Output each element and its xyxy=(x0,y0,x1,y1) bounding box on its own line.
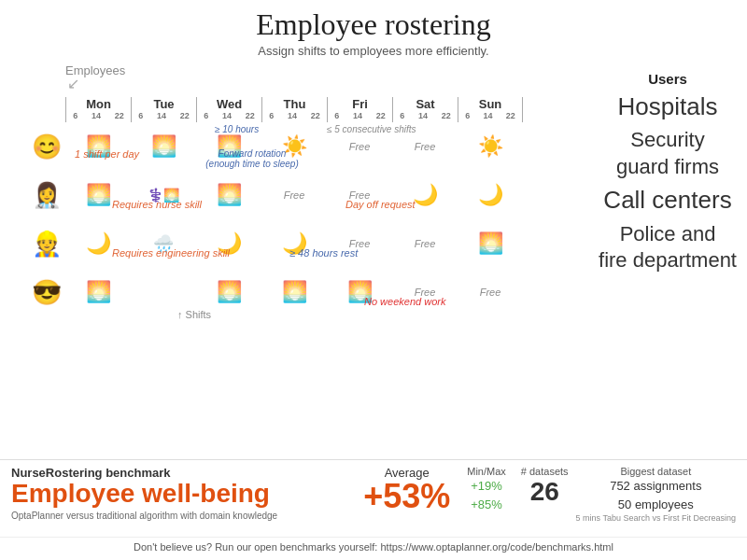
schedule-grid: Mon 6 14 22 Tue 61422 Wed 61422 xyxy=(28,97,579,316)
slot-r2-thu: Free xyxy=(261,171,327,219)
main-content: Employees ↙ Mon 6 14 22 Tu xyxy=(0,62,747,316)
slot-r1-mon: 🌅 xyxy=(65,122,131,171)
page: Employee rostering Assign shifts to empl… xyxy=(0,0,747,560)
annotation-engineering-skill: Requires engineering skill xyxy=(112,247,230,259)
user-callcenters: Call centers xyxy=(588,186,747,215)
annotation-nurse-skill: Requires nurse skill xyxy=(112,199,202,210)
annotation-day-off: Day off request xyxy=(345,199,416,210)
bench-name: NurseRostering benchmark xyxy=(11,466,354,480)
shifts-label-annotation: ↑ Shifts xyxy=(177,309,211,320)
slot-r2-sat: 🌙 xyxy=(392,171,458,219)
employee-4-avatar: 😎 xyxy=(28,278,65,307)
row-2: 👩‍⚕️ 🌅 ⚕️🌅 🌅 xyxy=(28,171,579,219)
bench-biggest-label: Biggest dataset xyxy=(620,466,691,477)
slot-r4-mon: 🌅 xyxy=(65,268,131,316)
bench-tabu-note: 5 mins Tabu Search vs First Fit Decreasi… xyxy=(576,513,736,523)
slot-r1-sun: ☀️ xyxy=(458,122,523,171)
slot-r1-tue: 🌅 xyxy=(131,122,196,171)
bench-middle: Average +53% xyxy=(363,466,450,513)
annotation-1shift: 1 shift per day xyxy=(75,148,139,160)
employee-2-avatar: 👩‍⚕️ xyxy=(28,181,65,210)
schedule-rows: 😊 🌅 🌅 🌅 xyxy=(28,122,579,316)
slot-r4-thu: 🌅 xyxy=(261,268,327,316)
slot-r3-thu: 🌙 xyxy=(261,219,327,268)
row-4: 😎 🌅 🌅 🌅 xyxy=(28,268,579,316)
slot-r3-wed: 🌙 xyxy=(196,219,261,268)
bench-datasets-area: # datasets 26 xyxy=(521,466,569,507)
benchmark-top: NurseRostering benchmark Employee well-b… xyxy=(11,466,736,523)
user-hospitals: Hospitals xyxy=(588,92,747,121)
bench-biggest-val: 752 assignments50 employees xyxy=(610,477,701,513)
day-mon: Mon 6 14 22 xyxy=(65,97,131,122)
slot-r3-sun: 🌅 xyxy=(458,219,523,268)
bench-minmax-area: Min/Max +19%+85% xyxy=(467,466,506,513)
row-3: 👷 🌙 🌧️ 🌙 xyxy=(28,219,579,268)
footer: Don't believe us? Run our open benchmark… xyxy=(0,537,747,553)
footer-text: Don't believe us? Run our open benchmark… xyxy=(134,541,613,553)
grid-header: Mon 6 14 22 Tue 61422 Wed 61422 xyxy=(65,97,579,122)
slot-r3-tue: 🌧️ xyxy=(131,219,196,268)
day-fri: Fri 61422 xyxy=(327,97,392,122)
bench-datasets-label: # datasets xyxy=(521,466,569,477)
slot-r2-tue: ⚕️🌅 xyxy=(131,171,196,219)
annotation-48hours: ≥ 48 hours rest xyxy=(289,247,358,259)
day-tue: Tue 61422 xyxy=(131,97,196,122)
page-subtitle: Assign shifts to employees more efficien… xyxy=(0,44,747,58)
users-label: Users xyxy=(588,71,747,87)
bench-left: NurseRostering benchmark Employee well-b… xyxy=(11,466,354,521)
day-sat: Sat 61422 xyxy=(392,97,458,122)
bench-minmax-values: +19%+85% xyxy=(471,477,502,513)
annotation-forward-rotation: Forward rotation(enough time to sleep) xyxy=(191,148,313,169)
schedule-area: Employees ↙ Mon 6 14 22 Tu xyxy=(0,62,579,316)
slot-r4-sat: Free xyxy=(392,268,458,316)
slot-r2-mon: 🌅 xyxy=(65,171,131,219)
employees-arrow: ↙ xyxy=(67,75,79,92)
row-1: 😊 🌅 🌅 🌅 xyxy=(28,122,579,171)
slot-r4-fri: 🌅 xyxy=(327,268,392,316)
page-title: Employee rostering xyxy=(0,7,747,42)
benchmark-section: NurseRostering benchmark Employee well-b… xyxy=(0,459,747,523)
employee-1-avatar: 😊 xyxy=(28,133,65,161)
bench-avg-val: +53% xyxy=(363,480,450,513)
bench-datasets-val: 26 xyxy=(530,477,559,507)
slot-r3-mon: 🌙 xyxy=(65,219,131,268)
row-2-shifts: 🌅 ⚕️🌅 🌅 Free xyxy=(65,171,523,219)
header-section: Employee rostering Assign shifts to empl… xyxy=(0,0,747,58)
slot-r2-sun: 🌙 xyxy=(458,171,523,219)
bench-desc: OptaPlanner versus traditional algorithm… xyxy=(11,511,354,521)
bench-big-label: Employee well-being xyxy=(11,480,354,509)
bench-minmax-label: Min/Max xyxy=(467,466,506,477)
user-police: Police andfire department xyxy=(588,221,747,274)
day-thu: Thu 61422 xyxy=(261,97,327,122)
user-security: Securityguard firms xyxy=(588,127,747,180)
annotation-10hours: ≥ 10 hours xyxy=(215,124,259,134)
annotation-no-weekend: No weekend work xyxy=(364,296,445,307)
day-sun: Sun 61422 xyxy=(458,97,523,122)
right-sidebar: Users Hospitals Securityguard firms Call… xyxy=(579,62,747,316)
day-wed: Wed 61422 xyxy=(196,97,261,122)
bench-biggest-area: Biggest dataset 752 assignments50 employ… xyxy=(576,466,736,523)
annotation-5shifts: ≤ 5 consecutive shifts xyxy=(327,124,416,134)
slot-r3-fri: Free xyxy=(327,219,392,268)
slot-r2-wed: 🌅 xyxy=(196,171,261,219)
row-4-shifts: 🌅 🌅 🌅 🌅 xyxy=(65,268,523,316)
employee-3-avatar: 👷 xyxy=(28,230,65,259)
row-3-shifts: 🌙 🌧️ 🌙 🌙 xyxy=(65,219,523,268)
slot-r4-sun: Free xyxy=(458,268,523,316)
slot-r3-sat: Free xyxy=(392,219,458,268)
slot-r2-fri: Free xyxy=(327,171,392,219)
